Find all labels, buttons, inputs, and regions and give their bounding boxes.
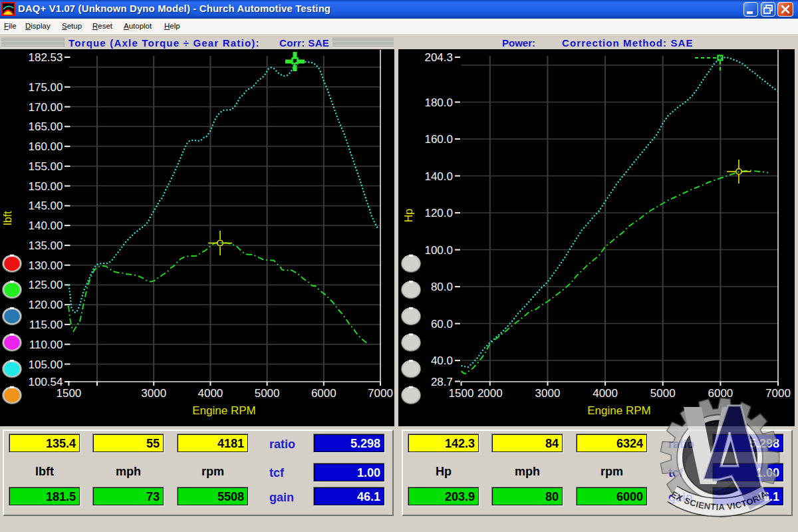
svg-text:4000: 4000 bbox=[198, 387, 223, 400]
svg-text:80.0: 80.0 bbox=[431, 281, 453, 293]
svg-text:lbft: lbft bbox=[2, 211, 13, 225]
svg-text:6000: 6000 bbox=[311, 387, 336, 400]
svg-text:110.00: 110.00 bbox=[29, 338, 63, 351]
svg-text:115.00: 115.00 bbox=[29, 319, 63, 331]
svg-text:Engine RPM: Engine RPM bbox=[192, 404, 255, 417]
svg-text:Hp: Hp bbox=[403, 209, 414, 223]
svg-text:140.0: 140.0 bbox=[424, 170, 453, 183]
svg-text:175.00: 175.00 bbox=[29, 81, 63, 94]
svg-text:125.00: 125.00 bbox=[29, 279, 63, 291]
svg-text:135.00: 135.00 bbox=[29, 239, 63, 252]
svg-text:120.0: 120.0 bbox=[424, 207, 453, 219]
svg-text:155.00: 155.00 bbox=[29, 160, 63, 173]
svg-text:3000: 3000 bbox=[141, 387, 166, 400]
svg-text:3000: 3000 bbox=[535, 387, 561, 400]
svg-text:120.00: 120.00 bbox=[29, 299, 63, 311]
svg-text:165.00: 165.00 bbox=[29, 120, 63, 133]
svg-text:105.00: 105.00 bbox=[29, 358, 63, 371]
svg-text:145.00: 145.00 bbox=[29, 200, 63, 212]
svg-text:100.0: 100.0 bbox=[424, 244, 453, 257]
svg-text:204.3: 204.3 bbox=[424, 51, 453, 64]
svg-text:5000: 5000 bbox=[255, 387, 280, 400]
svg-text:180.0: 180.0 bbox=[424, 96, 453, 109]
svg-text:170.00: 170.00 bbox=[29, 101, 63, 114]
svg-text:140.00: 140.00 bbox=[29, 219, 63, 232]
svg-text:2000: 2000 bbox=[477, 387, 503, 400]
svg-text:60.0: 60.0 bbox=[431, 318, 453, 331]
svg-text:160.00: 160.00 bbox=[29, 140, 63, 153]
svg-text:4000: 4000 bbox=[593, 387, 618, 400]
svg-text:28.7: 28.7 bbox=[431, 376, 453, 388]
svg-text:7000: 7000 bbox=[368, 387, 393, 400]
svg-text:1500: 1500 bbox=[56, 387, 81, 400]
svg-text:150.00: 150.00 bbox=[29, 180, 63, 193]
svg-text:1500: 1500 bbox=[449, 387, 474, 400]
svg-text:Engine RPM: Engine RPM bbox=[587, 404, 650, 417]
svg-text:160.0: 160.0 bbox=[424, 133, 453, 146]
svg-text:130.00: 130.00 bbox=[29, 259, 63, 272]
svg-text:40.0: 40.0 bbox=[431, 354, 453, 367]
svg-text:182.53: 182.53 bbox=[29, 51, 63, 64]
